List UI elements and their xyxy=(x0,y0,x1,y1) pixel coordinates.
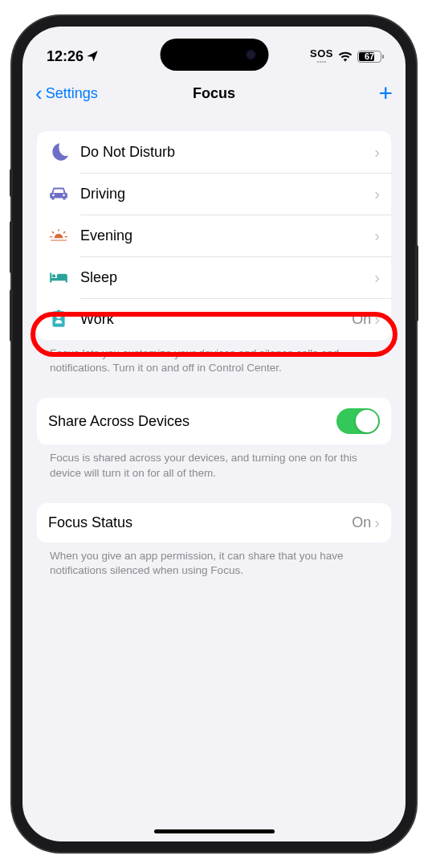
battery-indicator: 67 xyxy=(357,51,381,63)
focus-row-driving[interactable]: Driving › xyxy=(37,173,391,215)
focus-modes-group: Do Not Disturb › Driving › Evening › Sle… xyxy=(37,131,391,340)
bed-icon xyxy=(48,267,69,288)
row-value: On xyxy=(352,311,371,328)
status-time: 12:26 xyxy=(47,48,84,65)
focus-status-footer: When you give an app permission, it can … xyxy=(37,542,391,578)
side-button-volume-down xyxy=(10,289,13,342)
badge-icon xyxy=(48,309,69,330)
row-label: Share Across Devices xyxy=(48,413,336,430)
wifi-icon xyxy=(338,51,353,62)
nav-bar: ‹ Settings Focus + xyxy=(22,72,406,113)
phone-frame: 12:26 SOS 67 ‹ Set xyxy=(12,16,416,852)
row-label: Work xyxy=(80,311,352,328)
row-label: Focus Status xyxy=(48,514,352,531)
chevron-right-icon: › xyxy=(374,514,380,532)
share-footer: Focus is shared across your devices, and… xyxy=(37,444,391,480)
back-label: Settings xyxy=(46,85,98,102)
svg-rect-2 xyxy=(57,310,60,313)
svg-rect-0 xyxy=(52,311,64,327)
side-button-volume-up xyxy=(10,221,13,273)
side-button-power xyxy=(415,245,418,321)
svg-point-1 xyxy=(56,314,60,318)
dynamic-island xyxy=(160,39,268,71)
sos-indicator: SOS xyxy=(310,50,333,63)
location-icon xyxy=(86,50,99,63)
row-value: On xyxy=(352,514,371,531)
chevron-left-icon: ‹ xyxy=(35,83,43,104)
add-button[interactable]: + xyxy=(378,81,393,105)
row-label: Driving xyxy=(80,186,374,203)
focus-modes-footer: Focus lets you customize your devices an… xyxy=(37,340,391,375)
back-button[interactable]: ‹ Settings xyxy=(35,83,98,104)
focus-status-group: Focus Status On › xyxy=(37,503,391,542)
chevron-right-icon: › xyxy=(374,310,380,329)
share-toggle[interactable] xyxy=(336,408,380,434)
focus-row-sleep[interactable]: Sleep › xyxy=(37,256,391,298)
chevron-right-icon: › xyxy=(374,227,380,245)
car-icon xyxy=(48,183,69,204)
side-button-silence xyxy=(10,169,13,197)
home-indicator[interactable] xyxy=(154,829,275,833)
share-group: Share Across Devices xyxy=(37,398,391,444)
focus-row-work[interactable]: Work On › xyxy=(37,298,391,340)
share-across-devices-row[interactable]: Share Across Devices xyxy=(37,398,391,444)
sunset-icon xyxy=(48,225,69,246)
focus-row-do-not-disturb[interactable]: Do Not Disturb › xyxy=(37,131,391,173)
chevron-right-icon: › xyxy=(374,185,380,203)
row-label: Evening xyxy=(80,227,374,244)
page-title: Focus xyxy=(193,85,235,102)
chevron-right-icon: › xyxy=(374,268,380,287)
chevron-right-icon: › xyxy=(374,143,380,162)
moon-icon xyxy=(48,141,69,162)
focus-status-row[interactable]: Focus Status On › xyxy=(37,503,391,542)
screen: 12:26 SOS 67 ‹ Set xyxy=(22,27,406,841)
row-label: Do Not Disturb xyxy=(80,144,374,161)
row-label: Sleep xyxy=(80,269,374,286)
focus-row-evening[interactable]: Evening › xyxy=(37,215,391,256)
content: Do Not Disturb › Driving › Evening › Sle… xyxy=(22,131,406,578)
